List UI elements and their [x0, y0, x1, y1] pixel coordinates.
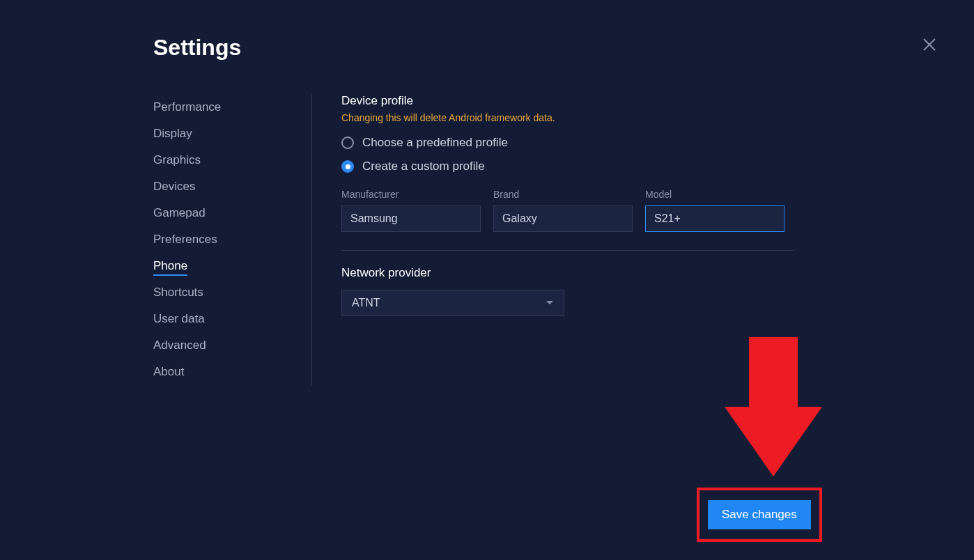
manufacturer-input[interactable] [341, 205, 481, 232]
field-model: Model [645, 189, 784, 232]
sidebar-item-label: Performance [153, 100, 221, 114]
sidebar-item-gamepad[interactable]: Gamepad [153, 200, 297, 226]
annotation-highlight-box: Save changes [697, 488, 822, 542]
sidebar-item-graphics[interactable]: Graphics [153, 147, 297, 173]
radio-label: Create a custom profile [362, 160, 485, 173]
field-label: Brand [493, 189, 633, 200]
sidebar-item-display[interactable]: Display [153, 120, 297, 147]
sidebar-item-about[interactable]: About [153, 359, 297, 385]
page-title: Settings [153, 35, 974, 61]
sidebar-item-label: Shortcuts [153, 286, 203, 299]
sidebar-item-label: Graphics [153, 153, 201, 166]
content-panel: Device profile Changing this will delete… [312, 94, 974, 385]
radio-label: Choose a predefined profile [362, 136, 508, 150]
device-profile-warning: Changing this will delete Android framew… [341, 112, 932, 123]
model-input[interactable] [645, 205, 784, 232]
save-changes-button[interactable]: Save changes [708, 500, 811, 529]
field-brand: Brand [493, 189, 633, 232]
field-label: Model [645, 189, 784, 200]
divider [341, 250, 794, 251]
sidebar-item-performance[interactable]: Performance [153, 94, 297, 120]
sidebar-item-label: Devices [153, 180, 195, 193]
radio-custom-profile[interactable]: Create a custom profile [341, 160, 932, 173]
sidebar-item-shortcuts[interactable]: Shortcuts [153, 279, 297, 306]
radio-icon [341, 160, 354, 173]
sidebar-item-label: User data [153, 312, 205, 325]
sidebar-item-preferences[interactable]: Preferences [153, 226, 297, 253]
sidebar-item-label: Gamepad [153, 206, 206, 219]
sidebar-item-user-data[interactable]: User data [153, 306, 297, 332]
field-manufacturer: Manufacturer [341, 189, 481, 232]
chevron-down-icon [546, 300, 554, 306]
sidebar-item-phone[interactable]: Phone [153, 253, 297, 279]
device-profile-heading: Device profile [341, 94, 932, 108]
network-provider-label: Network provider [341, 266, 932, 280]
close-button[interactable] [921, 36, 938, 53]
sidebar-item-label: Advanced [153, 339, 206, 352]
sidebar: Performance Display Graphics Devices Gam… [153, 94, 312, 385]
radio-icon [341, 137, 354, 149]
field-label: Manufacturer [341, 189, 481, 200]
brand-input[interactable] [493, 205, 633, 232]
annotation-arrow-icon [711, 337, 822, 486]
close-icon [921, 36, 938, 53]
network-provider-select[interactable]: ATNT [341, 290, 564, 316]
sidebar-item-label: Phone [153, 259, 187, 276]
sidebar-item-label: About [153, 365, 184, 378]
sidebar-item-label: Display [153, 127, 192, 140]
sidebar-item-devices[interactable]: Devices [153, 173, 297, 200]
sidebar-item-label: Preferences [153, 233, 217, 246]
sidebar-item-advanced[interactable]: Advanced [153, 332, 297, 359]
radio-predefined-profile[interactable]: Choose a predefined profile [341, 136, 932, 150]
select-value: ATNT [352, 297, 380, 309]
